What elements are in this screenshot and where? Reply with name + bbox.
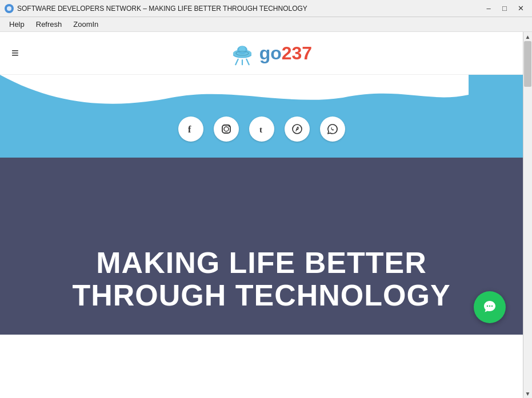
window-controls: – □ ✕ — [482, 2, 527, 15]
logo-ufo-icon — [230, 41, 255, 66]
scrollbar-thumb[interactable] — [524, 41, 531, 87]
svg-text:f: f — [188, 124, 191, 134]
hero-section: MAKING LIFE BETTER THROUGH TECHNOLOGY — [0, 158, 523, 335]
logo-go: go — [259, 43, 282, 63]
menu-zoomin[interactable]: ZoomIn — [69, 19, 103, 30]
hero-line2: THROUGH TECHNOLOGY — [72, 279, 450, 312]
minimize-button[interactable]: – — [482, 2, 495, 15]
site-header: ≡ — [0, 32, 523, 75]
svg-point-16 — [489, 305, 491, 307]
window-title: SOFTWARE DEVELOPERS NETWORK – MAKING LIF… — [17, 5, 307, 13]
svg-line-1 — [235, 59, 238, 65]
svg-point-15 — [487, 305, 489, 307]
title-bar-left: SOFTWARE DEVELOPERS NETWORK – MAKING LIF… — [5, 4, 307, 13]
facebook-icon[interactable]: f — [178, 116, 203, 142]
menu-bar: Help Refresh ZoomIn — [0, 17, 532, 32]
social-icons-row: f t — [0, 116, 523, 142]
app-icon — [5, 4, 14, 13]
whatsapp-icon[interactable] — [320, 116, 345, 142]
maximize-button[interactable]: □ — [498, 2, 511, 15]
menu-help[interactable]: Help — [5, 19, 29, 30]
scroll-up-button[interactable]: ▲ — [523, 32, 533, 41]
instagram-icon[interactable] — [214, 116, 239, 142]
hero-line1: MAKING LIFE BETTER — [72, 247, 450, 279]
svg-point-11 — [224, 127, 229, 131]
svg-point-0 — [7, 6, 11, 11]
chat-button[interactable] — [474, 291, 506, 323]
svg-line-3 — [246, 59, 249, 65]
chat-icon — [482, 299, 498, 315]
logo-text: go237 — [259, 43, 312, 64]
hamburger-icon[interactable]: ≡ — [11, 46, 19, 61]
menu-refresh[interactable]: Refresh — [31, 19, 67, 30]
page-content: ≡ — [0, 32, 523, 398]
tumblr-icon[interactable]: t — [249, 116, 274, 142]
svg-point-17 — [491, 305, 493, 307]
wave-section: f t — [0, 75, 523, 158]
title-bar: SOFTWARE DEVELOPERS NETWORK – MAKING LIF… — [0, 0, 532, 17]
wave-top-icon — [0, 75, 469, 109]
svg-text:t: t — [259, 125, 262, 134]
svg-point-12 — [228, 126, 229, 127]
logo-area: go237 — [230, 41, 312, 66]
logo-number: 237 — [282, 43, 312, 63]
close-button[interactable]: ✕ — [514, 2, 527, 15]
scrollbar: ▲ ▼ — [523, 32, 532, 398]
scrollbar-track[interactable] — [523, 41, 532, 389]
browser-body: ≡ — [0, 32, 532, 398]
hero-text: MAKING LIFE BETTER THROUGH TECHNOLOGY — [72, 247, 450, 312]
scroll-down-button[interactable]: ▼ — [523, 389, 533, 398]
pinterest-icon[interactable] — [285, 116, 310, 142]
